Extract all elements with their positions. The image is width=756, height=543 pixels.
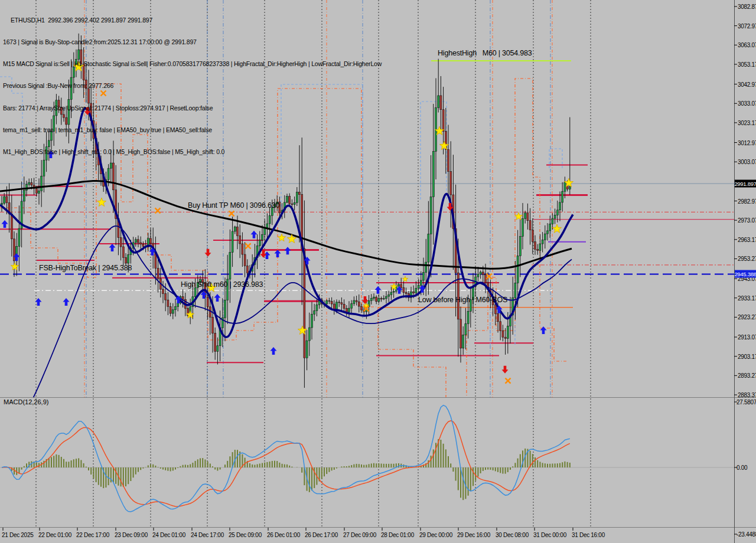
macd-histogram-bar (192, 463, 193, 467)
price-axis-label: 3012.970 (738, 139, 756, 146)
price-axis-label: 2953.270 (738, 256, 756, 262)
macd-histogram-bar (326, 467, 327, 474)
macd-histogram-bar (96, 467, 97, 482)
macd-histogram-bar (108, 467, 109, 485)
macd-histogram-bar (272, 461, 273, 467)
macd-histogram-bar (373, 463, 374, 467)
macd-histogram-bar (286, 465, 288, 467)
macd-histogram-bar (210, 463, 211, 467)
bos-shift-line: M1_High_BOS:false | High_shift_m1: 0.0 |… (3, 148, 382, 155)
buy-arrow-icon (275, 250, 281, 257)
macd-histogram-bar (237, 450, 238, 467)
price-axis-label: 2973.070 (738, 217, 756, 224)
macd-histogram-bar (66, 462, 67, 467)
macd-main-line (2, 405, 570, 512)
macd-histogram-bar (393, 464, 395, 467)
macd-histogram-bar (443, 444, 444, 467)
macd-histogram-bar (14, 467, 15, 475)
macd-histogram-bar (336, 467, 337, 469)
macd-histogram-bar (252, 465, 253, 467)
time-axis-label: 22 Dec 17:00 (76, 532, 109, 538)
macd-histogram-bar (483, 467, 484, 471)
macd-histogram-bar (254, 465, 255, 467)
macd-histogram-bar (545, 463, 546, 467)
macd-histogram-bar (458, 467, 459, 490)
macd-histogram-bar (562, 462, 563, 467)
macd-histogram-bar (493, 467, 494, 470)
macd-axis-label: 27.5807 (737, 399, 756, 405)
macd-histogram-bar (512, 466, 513, 467)
macd-histogram-bar (552, 463, 553, 467)
macd-histogram-bar (195, 461, 196, 467)
macd-histogram-bar (200, 458, 201, 467)
star-signal-icon (97, 198, 106, 207)
macd-histogram-bar (183, 465, 184, 467)
macd-panel[interactable] (0, 405, 734, 512)
time-axis-label: 24 Dec 01:00 (152, 532, 185, 538)
macd-histogram-bar (514, 463, 516, 467)
macd-histogram-bar (105, 467, 106, 488)
orange-cross-icon (229, 211, 234, 216)
macd-histogram-bar (485, 467, 486, 470)
macd-histogram-bar (61, 457, 62, 467)
macd-histogram-bar (71, 460, 72, 467)
macd-histogram-bar (328, 467, 330, 472)
macd-histogram-bar (433, 449, 434, 467)
macd-histogram-bar (431, 456, 432, 467)
macd-histogram-bar (150, 465, 151, 467)
macd-histogram-bar (128, 467, 129, 484)
macd-histogram-bar (142, 467, 144, 469)
macd-histogram-bar (569, 463, 571, 467)
macd-histogram-bar (555, 463, 556, 467)
macd-histogram-bar (470, 467, 471, 491)
macd-histogram-bar (259, 463, 260, 467)
price-axis-label: 2982.970 (738, 198, 756, 204)
price-axis-label: 3053.170 (738, 61, 756, 67)
bars-stoploss-line: Bars: 21774 | ArraySize UpSignal: 21774 … (3, 104, 382, 112)
macd-histogram-bar (80, 460, 82, 467)
macd-histogram-bar (264, 462, 265, 467)
macd-histogram-bar (130, 467, 131, 481)
macd-histogram-bar (520, 454, 521, 467)
macd-histogram-bar (180, 466, 181, 467)
macd-histogram-bar (115, 467, 116, 484)
buy-arrow-icon (214, 294, 221, 302)
mt4-chart-window: ETHUSD,H1 2992.396 2992.402 2991.897 299… (0, 0, 756, 543)
macd-histogram-bar (63, 459, 64, 467)
macd-histogram-bar (500, 467, 501, 473)
macd-histogram-bar (537, 460, 538, 467)
price-axis-label: 2963.170 (738, 236, 756, 243)
time-axis-label: 25 Dec 09:00 (229, 532, 262, 538)
time-axis-label: 28 Dec 01:00 (381, 532, 414, 538)
macd-histogram-bar (282, 464, 283, 467)
macd-histogram-bar (86, 467, 87, 467)
macd-histogram-bar (170, 467, 171, 471)
macd-histogram-bar (547, 464, 548, 467)
macd-histogram-bar (48, 458, 50, 467)
price-axis-label: 3003.070 (738, 159, 756, 165)
buy-arrow-icon (285, 247, 291, 254)
macd-histogram-bar (88, 467, 89, 470)
annotation-label-2: FSB-HighToBreak | 2945.388 (39, 264, 132, 272)
macd-histogram-bar (177, 467, 178, 468)
star-signal-icon (514, 212, 522, 220)
star-signal-icon (278, 234, 285, 241)
macd-histogram-bar (448, 456, 449, 467)
price-axis-label: 2933.170 (738, 295, 756, 301)
macd-histogram-bar (43, 461, 44, 467)
price-axis-label: 3082.870 (738, 4, 756, 10)
macd-histogram-bar (56, 454, 57, 467)
macd-histogram-bar (160, 467, 161, 469)
macd-histogram-bar (266, 462, 268, 467)
star-signal-icon (298, 326, 307, 334)
indicators-line: M15 MACD Signal is:Sell | H1 Stochastic … (3, 60, 382, 67)
macd-histogram-bar (98, 467, 99, 485)
macd-histogram-bar (68, 462, 69, 467)
macd-histogram-bar (187, 465, 188, 467)
macd-histogram-bar (398, 463, 399, 467)
macd-histogram-bar (262, 463, 263, 467)
macd-histogram-bar (452, 467, 454, 472)
time-axis-label: 27 Dec 09:00 (343, 532, 376, 538)
time-axis-label: 29 Dec 16:00 (457, 532, 490, 538)
price-axis-label: 3023.170 (738, 119, 756, 126)
